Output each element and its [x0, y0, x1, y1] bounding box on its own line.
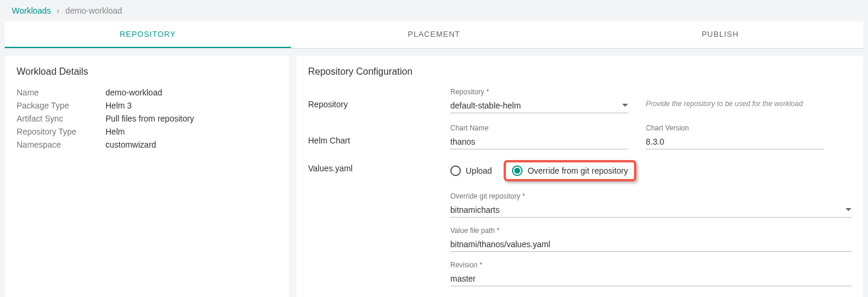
breadcrumb-current: demo-workload [65, 6, 122, 15]
repository-select[interactable]: default-stable-helm [450, 97, 628, 113]
revision-label: Revision * [450, 261, 851, 269]
radio-upload[interactable]: Upload [450, 165, 492, 176]
value-path-label: Value file path * [450, 226, 851, 235]
radio-override-label: Override from git repository [527, 166, 628, 175]
repository-row-label: Repository [308, 88, 450, 109]
detail-package-type-label: Package Type [17, 101, 105, 110]
value-path-input[interactable] [450, 236, 851, 252]
helm-chart-row-label: Helm Chart [308, 124, 450, 145]
repository-hint: Provide the repository to be used for th… [646, 88, 851, 108]
detail-artifact-sync-label: Artifact Sync [17, 114, 105, 123]
override-repo-label: Override git repository * [450, 192, 851, 200]
caret-down-icon [622, 104, 628, 107]
tabs: REPOSITORY PLACEMENT PUBLISH [5, 21, 863, 49]
radio-override[interactable]: Override from git repository [512, 165, 628, 176]
revision-input[interactable] [450, 270, 851, 286]
repository-select-value: default-stable-helm [450, 101, 521, 110]
detail-artifact-sync-value: Pull files from repository [105, 114, 194, 123]
detail-repo-type-label: Repository Type [17, 127, 105, 136]
chevron-right-icon: › [57, 6, 60, 15]
workload-details-panel: Workload Details Name demo-workload Pack… [5, 56, 289, 297]
tab-repository[interactable]: REPOSITORY [5, 21, 291, 48]
chart-name-input[interactable] [450, 133, 628, 149]
detail-package-type-value: Helm 3 [105, 101, 132, 110]
values-row-label: Values.yaml [308, 160, 450, 173]
repository-field-label: Repository * [450, 88, 628, 96]
repository-config-title: Repository Configuration [308, 66, 851, 77]
tab-publish[interactable]: PUBLISH [577, 21, 863, 48]
chart-version-input[interactable] [646, 133, 824, 149]
override-repo-value: bitnamicharts [450, 205, 499, 215]
detail-name-value: demo-workload [105, 88, 162, 97]
breadcrumb-workloads-link[interactable]: Workloads [12, 6, 51, 15]
chart-version-label: Chart Version [646, 124, 824, 132]
chart-name-label: Chart Name [450, 124, 628, 132]
detail-name-label: Name [17, 88, 105, 97]
highlight-annotation: Override from git repository [504, 160, 636, 181]
caret-down-icon [845, 208, 851, 212]
radio-upload-label: Upload [466, 166, 492, 175]
detail-namespace-label: Namespace [17, 140, 105, 149]
override-repo-select[interactable]: bitnamicharts [450, 202, 851, 218]
tab-placement[interactable]: PLACEMENT [291, 21, 577, 48]
detail-repo-type-value: Helm [105, 127, 125, 136]
breadcrumb: Workloads › demo-workload [0, 0, 868, 21]
radio-icon [450, 165, 461, 176]
radio-icon-selected [512, 165, 523, 176]
repository-config-panel: Repository Configuration Repository Repo… [296, 56, 863, 297]
workload-details-title: Workload Details [17, 66, 277, 77]
detail-namespace-value: customwizard [105, 140, 156, 149]
